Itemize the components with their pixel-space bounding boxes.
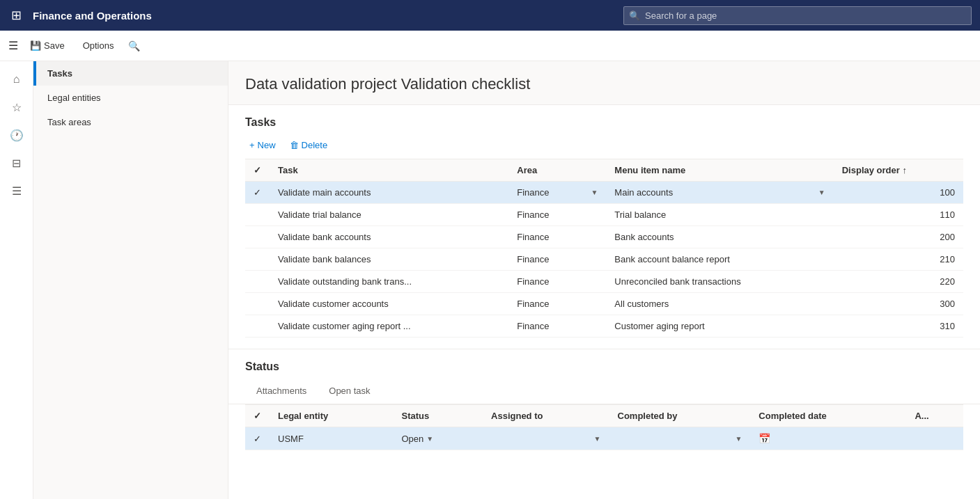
table-row[interactable]: ✓ Validate main accounts Finance ▼ Main … [245,182,963,204]
status-row-completed-by[interactable]: ▼ [609,427,751,450]
col-header-area[interactable]: Area [508,159,606,182]
main-layout: ⌂ ☆ 🕐 ⊟ ☰ Tasks Legal entities Task area… [0,61,980,499]
table-row[interactable]: Validate customer accounts Finance All c… [245,293,963,315]
status-table-wrapper: ✓ Legal entity Status Assigned to [228,404,980,450]
row-area: Finance [508,248,606,271]
assigned-dropdown-arrow[interactable]: ▼ [594,435,601,443]
area-dropdown-arrow[interactable]: ▼ [591,189,598,196]
row-display-order: 220 [834,271,963,293]
search-wrapper: 🔍 [623,6,972,25]
row-check: ✓ [245,182,270,204]
top-navigation: ⊞ Finance and Operations 🔍 [0,0,980,31]
tasks-table-body: ✓ Validate main accounts Finance ▼ Main … [245,182,963,338]
row-menu-item-name[interactable]: Main accounts ▼ [606,182,833,204]
status-row-legal-entity: USMF [270,427,393,450]
left-navigation: Tasks Legal entities Task areas [33,61,228,499]
status-table-header: ✓ Legal entity Status Assigned to [245,405,963,427]
status-col-a[interactable]: A... [906,405,963,427]
row-display-order: 110 [834,204,963,226]
status-col-check: ✓ [245,405,270,427]
row-task: Validate bank accounts [270,226,508,248]
status-col-assigned-to[interactable]: Assigned to [483,405,609,427]
tasks-action-bar: + New 🗑 Delete [228,134,980,159]
row-display-order: 210 [834,248,963,271]
calendar-icon[interactable]: 📅 [759,433,770,444]
star-icon: ☆ [12,101,22,114]
options-button[interactable]: Options [77,37,120,54]
row-display-order: 310 [834,315,963,338]
table-row[interactable]: Validate trial balance Finance Trial bal… [245,204,963,226]
table-row[interactable]: Validate outstanding bank trans... Finan… [245,271,963,293]
row-check [245,226,270,248]
status-row-assigned-to[interactable]: ▼ [483,427,609,450]
row-check [245,315,270,338]
row-task: Validate bank balances [270,248,508,271]
save-button[interactable]: 💾 Save [24,37,71,54]
row-display-order: 200 [834,226,963,248]
dashboard-icon-btn[interactable]: ⊟ [4,150,29,175]
row-menu-item-name: Bank accounts [606,226,833,248]
toolbar-search-icon[interactable]: 🔍 [125,38,143,54]
status-row-completed-date[interactable]: 📅 [750,427,906,450]
nav-item-legal-entities[interactable]: Legal entities [33,86,228,110]
list-icon: ☰ [12,184,22,198]
row-menu-item-name: All customers [606,293,833,315]
row-check [245,271,270,293]
home-icon-btn[interactable]: ⌂ [4,67,29,92]
check-icon: ✓ [254,165,261,175]
tab-open-task[interactable]: Open task [318,379,381,404]
content-body: Tasks + New 🗑 Delete ✓ [228,105,980,450]
favorites-icon-btn[interactable]: ☆ [4,95,29,120]
menu-dropdown-arrow[interactable]: ▼ [818,189,825,196]
search-icon: 🔍 [629,10,640,21]
table-row[interactable]: Validate bank balances Finance Bank acco… [245,248,963,271]
status-col-legal-entity[interactable]: Legal entity [270,405,393,427]
row-check [245,293,270,315]
dashboard-icon: ⊟ [12,157,21,170]
col-header-task[interactable]: Task [270,159,508,182]
row-menu-item-name: Trial balance [606,204,833,226]
new-button[interactable]: + New [245,137,280,153]
row-menu-item-name: Unreconciled bank transactions [606,271,833,293]
secondary-toolbar: ☰ 💾 Save Options 🔍 [0,31,980,61]
delete-icon: 🗑 [290,140,299,150]
status-row-a [906,427,963,450]
delete-button[interactable]: 🗑 Delete [286,137,332,153]
row-area: Finance [508,293,606,315]
page-title: Data validation project Validation check… [228,61,980,105]
row-area[interactable]: Finance ▼ [508,182,606,204]
row-menu-item-name: Customer aging report [606,315,833,338]
status-col-completed-by[interactable]: Completed by [609,405,751,427]
content-area: Data validation project Validation check… [228,61,980,499]
tasks-table-wrapper: ✓ Task Area Menu item name [228,159,980,338]
tab-attachments[interactable]: Attachments [245,379,318,404]
table-row[interactable]: Validate bank accounts Finance Bank acco… [245,226,963,248]
status-table-row[interactable]: ✓ USMF Open ▼ ▼ ▼ 📅 [245,427,963,450]
row-area: Finance [508,315,606,338]
status-section-header: Status [228,349,980,379]
hamburger-icon[interactable]: ☰ [8,39,18,52]
apps-grid-icon[interactable]: ⊞ [8,5,24,26]
status-row-status[interactable]: Open ▼ [393,427,483,450]
completed-by-dropdown-arrow[interactable]: ▼ [735,435,742,443]
status-section: Status Attachments Open task [228,349,980,450]
status-table: ✓ Legal entity Status Assigned to [245,404,963,450]
row-task: Validate customer accounts [270,293,508,315]
status-dropdown-arrow[interactable]: ▼ [426,435,433,443]
row-task: Validate main accounts [270,182,508,204]
row-area: Finance [508,271,606,293]
recent-icon-btn[interactable]: 🕐 [4,122,29,148]
nav-section-tasks[interactable]: Tasks [33,61,228,86]
table-row[interactable]: Validate customer aging report ... Finan… [245,315,963,338]
list-icon-btn[interactable]: ☰ [4,178,29,203]
status-col-completed-date[interactable]: Completed date [750,405,906,427]
row-check [245,248,270,271]
status-col-status[interactable]: Status [393,405,483,427]
page-search-input[interactable] [623,6,972,25]
nav-item-task-areas[interactable]: Task areas [33,110,228,134]
status-check-icon: ✓ [254,411,261,421]
col-header-menu-item-name[interactable]: Menu item name [606,159,833,182]
home-icon: ⌂ [13,73,20,86]
status-table-body: ✓ USMF Open ▼ ▼ ▼ 📅 [245,427,963,450]
col-header-display-order[interactable]: Display order ↑ [834,159,963,182]
